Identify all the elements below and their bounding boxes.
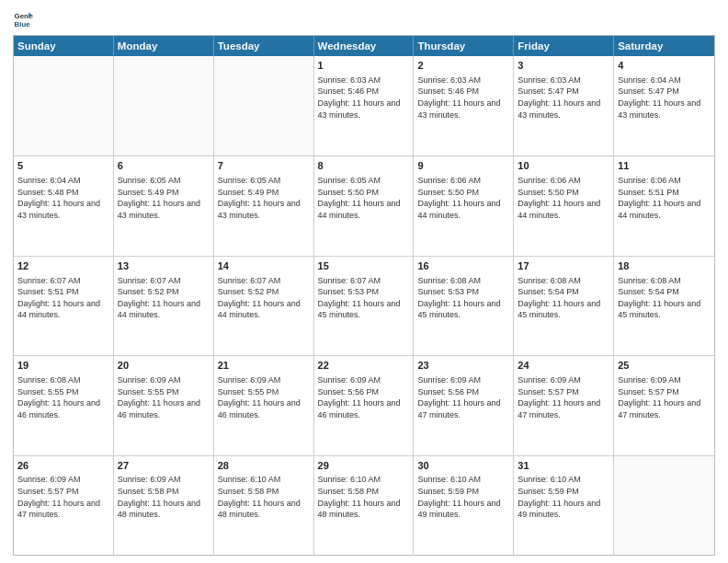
day-number: 31: [518, 459, 609, 473]
day-number: 29: [318, 459, 410, 473]
day-number: 26: [17, 459, 109, 473]
sun-info: Sunrise: 6:09 AMSunset: 5:58 PMDaylight:…: [118, 474, 210, 520]
day-number: 10: [518, 159, 609, 173]
sun-info: Sunrise: 6:08 AMSunset: 5:54 PMDaylight:…: [618, 275, 711, 321]
calendar-cell: 13Sunrise: 6:07 AMSunset: 5:52 PMDayligh…: [114, 257, 214, 355]
sun-info: Sunrise: 6:05 AMSunset: 5:50 PMDaylight:…: [318, 175, 410, 221]
day-number: 23: [417, 359, 509, 373]
calendar-cell: 12Sunrise: 6:07 AMSunset: 5:51 PMDayligh…: [14, 257, 114, 355]
sun-info: Sunrise: 6:03 AMSunset: 5:47 PMDaylight:…: [518, 75, 609, 121]
day-number: 25: [618, 359, 711, 373]
day-number: 4: [618, 59, 711, 73]
day-header-friday: Friday: [514, 36, 614, 56]
sun-info: Sunrise: 6:06 AMSunset: 5:50 PMDaylight:…: [518, 175, 609, 221]
day-number: 22: [318, 359, 410, 373]
calendar-cell: 11Sunrise: 6:06 AMSunset: 5:51 PMDayligh…: [614, 156, 714, 255]
calendar-week-3: 12Sunrise: 6:07 AMSunset: 5:51 PMDayligh…: [14, 256, 714, 355]
calendar-cell: 17Sunrise: 6:08 AMSunset: 5:54 PMDayligh…: [514, 257, 614, 355]
day-number: 27: [118, 459, 210, 473]
sun-info: Sunrise: 6:09 AMSunset: 5:57 PMDaylight:…: [618, 374, 711, 420]
day-number: 21: [218, 359, 310, 373]
calendar-cell: 24Sunrise: 6:09 AMSunset: 5:57 PMDayligh…: [514, 356, 614, 454]
day-header-saturday: Saturday: [614, 36, 714, 56]
sun-info: Sunrise: 6:08 AMSunset: 5:55 PMDaylight:…: [17, 374, 109, 420]
calendar-cell: [214, 56, 314, 155]
calendar-body: 1Sunrise: 6:03 AMSunset: 5:46 PMDaylight…: [14, 56, 714, 555]
day-number: 18: [618, 259, 711, 273]
sun-info: Sunrise: 6:07 AMSunset: 5:52 PMDaylight:…: [218, 275, 310, 321]
calendar-cell: 20Sunrise: 6:09 AMSunset: 5:55 PMDayligh…: [114, 356, 214, 454]
day-header-monday: Monday: [114, 36, 214, 56]
calendar-week-4: 19Sunrise: 6:08 AMSunset: 5:55 PMDayligh…: [14, 355, 714, 454]
sun-info: Sunrise: 6:08 AMSunset: 5:54 PMDaylight:…: [518, 275, 609, 321]
calendar-cell: 28Sunrise: 6:10 AMSunset: 5:58 PMDayligh…: [214, 456, 314, 555]
day-number: 17: [518, 259, 609, 273]
logo-icon: General Blue: [13, 9, 33, 29]
calendar-cell: 14Sunrise: 6:07 AMSunset: 5:52 PMDayligh…: [214, 257, 314, 355]
calendar-cell: 18Sunrise: 6:08 AMSunset: 5:54 PMDayligh…: [614, 257, 714, 355]
calendar-cell: 23Sunrise: 6:09 AMSunset: 5:56 PMDayligh…: [414, 356, 514, 454]
page-container: General Blue SundayMondayTuesdayWednesda…: [0, 0, 728, 563]
day-header-wednesday: Wednesday: [314, 36, 415, 56]
calendar-cell: 7Sunrise: 6:05 AMSunset: 5:49 PMDaylight…: [214, 156, 314, 255]
day-number: 3: [518, 59, 609, 73]
calendar-cell: [614, 456, 714, 555]
calendar-cell: [114, 56, 214, 155]
sun-info: Sunrise: 6:07 AMSunset: 5:51 PMDaylight:…: [17, 275, 109, 321]
day-number: 5: [17, 159, 109, 173]
calendar-cell: 9Sunrise: 6:06 AMSunset: 5:50 PMDaylight…: [414, 156, 514, 255]
calendar-cell: [14, 56, 114, 155]
sun-info: Sunrise: 6:10 AMSunset: 5:59 PMDaylight:…: [417, 474, 509, 520]
sun-info: Sunrise: 6:09 AMSunset: 5:57 PMDaylight:…: [17, 474, 109, 520]
calendar-cell: 21Sunrise: 6:09 AMSunset: 5:55 PMDayligh…: [214, 356, 314, 454]
day-number: 24: [518, 359, 609, 373]
logo: General Blue: [13, 9, 37, 29]
calendar-cell: 19Sunrise: 6:08 AMSunset: 5:55 PMDayligh…: [14, 356, 114, 454]
sun-info: Sunrise: 6:03 AMSunset: 5:46 PMDaylight:…: [318, 75, 410, 121]
svg-text:Blue: Blue: [15, 20, 31, 29]
sun-info: Sunrise: 6:03 AMSunset: 5:46 PMDaylight:…: [417, 75, 509, 121]
day-number: 12: [17, 259, 109, 273]
day-number: 11: [618, 159, 711, 173]
calendar-cell: 4Sunrise: 6:04 AMSunset: 5:47 PMDaylight…: [614, 56, 714, 155]
day-number: 20: [118, 359, 210, 373]
sun-info: Sunrise: 6:06 AMSunset: 5:50 PMDaylight:…: [417, 175, 509, 221]
sun-info: Sunrise: 6:09 AMSunset: 5:56 PMDaylight:…: [318, 374, 410, 420]
day-number: 8: [318, 159, 410, 173]
calendar-week-5: 26Sunrise: 6:09 AMSunset: 5:57 PMDayligh…: [14, 455, 714, 555]
day-number: 6: [118, 159, 210, 173]
day-number: 19: [17, 359, 109, 373]
calendar-week-1: 1Sunrise: 6:03 AMSunset: 5:46 PMDaylight…: [14, 56, 714, 155]
calendar-cell: 8Sunrise: 6:05 AMSunset: 5:50 PMDaylight…: [314, 156, 415, 255]
calendar-cell: 22Sunrise: 6:09 AMSunset: 5:56 PMDayligh…: [314, 356, 415, 454]
calendar-cell: 26Sunrise: 6:09 AMSunset: 5:57 PMDayligh…: [14, 456, 114, 555]
calendar-cell: 1Sunrise: 6:03 AMSunset: 5:46 PMDaylight…: [314, 56, 415, 155]
sun-info: Sunrise: 6:05 AMSunset: 5:49 PMDaylight:…: [218, 175, 310, 221]
header: General Blue: [13, 9, 715, 29]
calendar-header: SundayMondayTuesdayWednesdayThursdayFrid…: [14, 36, 714, 56]
sun-info: Sunrise: 6:07 AMSunset: 5:52 PMDaylight:…: [118, 275, 210, 321]
calendar-cell: 29Sunrise: 6:10 AMSunset: 5:58 PMDayligh…: [314, 456, 415, 555]
calendar-cell: 6Sunrise: 6:05 AMSunset: 5:49 PMDaylight…: [114, 156, 214, 255]
sun-info: Sunrise: 6:10 AMSunset: 5:58 PMDaylight:…: [218, 474, 310, 520]
day-number: 9: [417, 159, 509, 173]
sun-info: Sunrise: 6:05 AMSunset: 5:49 PMDaylight:…: [118, 175, 210, 221]
calendar-cell: 2Sunrise: 6:03 AMSunset: 5:46 PMDaylight…: [414, 56, 514, 155]
sun-info: Sunrise: 6:09 AMSunset: 5:57 PMDaylight:…: [518, 374, 609, 420]
calendar-cell: 16Sunrise: 6:08 AMSunset: 5:53 PMDayligh…: [414, 257, 514, 355]
day-number: 7: [218, 159, 310, 173]
day-number: 16: [417, 259, 509, 273]
calendar-cell: 25Sunrise: 6:09 AMSunset: 5:57 PMDayligh…: [614, 356, 714, 454]
sun-info: Sunrise: 6:04 AMSunset: 5:48 PMDaylight:…: [17, 175, 109, 221]
day-number: 15: [318, 259, 410, 273]
sun-info: Sunrise: 6:06 AMSunset: 5:51 PMDaylight:…: [618, 175, 711, 221]
calendar-week-2: 5Sunrise: 6:04 AMSunset: 5:48 PMDaylight…: [14, 155, 714, 255]
calendar-cell: 3Sunrise: 6:03 AMSunset: 5:47 PMDaylight…: [514, 56, 614, 155]
calendar-cell: 10Sunrise: 6:06 AMSunset: 5:50 PMDayligh…: [514, 156, 614, 255]
sun-info: Sunrise: 6:07 AMSunset: 5:53 PMDaylight:…: [318, 275, 410, 321]
sun-info: Sunrise: 6:09 AMSunset: 5:55 PMDaylight:…: [118, 374, 210, 420]
day-header-tuesday: Tuesday: [214, 36, 314, 56]
day-number: 13: [118, 259, 210, 273]
day-number: 2: [417, 59, 509, 73]
day-number: 14: [218, 259, 310, 273]
